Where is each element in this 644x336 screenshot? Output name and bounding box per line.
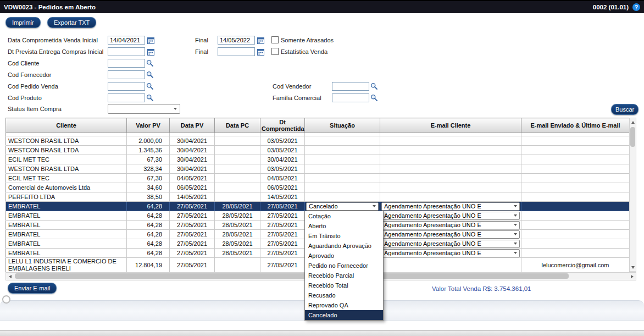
- dropdown-option[interactable]: Aguardando Aprovação: [305, 241, 383, 251]
- email-cliente-select-value: Agendamento Apresentação UNO E: [384, 231, 481, 238]
- scroll-up-arrow-icon[interactable]: [630, 118, 636, 126]
- column-header[interactable]: Situação: [305, 118, 380, 133]
- print-button[interactable]: Imprimir: [5, 17, 41, 28]
- window-title: VDW0023 - Pedidos em Aberto: [4, 4, 96, 10]
- label-cod-fornecedor: Cod Fornecedor: [8, 70, 52, 79]
- email-cliente-select-value: Agendamento Apresentação UNO E: [384, 250, 481, 256]
- column-header[interactable]: Data PV: [170, 118, 215, 133]
- dropdown-option[interactable]: Pedido no Fornecedor: [305, 261, 383, 271]
- table-row[interactable]: PERFEITO LTDA38,5014/05/202114/05/2021: [6, 192, 630, 202]
- column-header[interactable]: Valor PV: [127, 118, 170, 133]
- column-header[interactable]: E-mail Enviado & Último E-mail: [521, 118, 630, 133]
- label-cod-produto: Cod Produto: [8, 93, 42, 102]
- email-cliente-select-value: Agendamento Apresentação UNO E: [384, 203, 481, 210]
- dropdown-option[interactable]: Recusado: [305, 290, 383, 300]
- cod-cliente-input[interactable]: [108, 59, 145, 68]
- label-cod-cliente: Cod Cliente: [8, 59, 39, 68]
- email-cliente-select[interactable]: Agendamento Apresentação UNO E: [381, 221, 520, 229]
- dropdown-option[interactable]: Recebido Total: [305, 280, 383, 290]
- chevron-down-icon: [514, 205, 517, 207]
- chevron-down-icon: [514, 233, 517, 235]
- calendar-icon[interactable]: [147, 37, 154, 44]
- email-cliente-select[interactable]: Agendamento Apresentação UNO E: [381, 249, 520, 257]
- column-header[interactable]: Data PC: [215, 118, 260, 133]
- loading-ring-icon: [2, 295, 10, 304]
- label-final-compras: Final: [195, 47, 208, 56]
- situacao-dropdown-list[interactable]: CotaçãoAbertoEm TrânsitoAguardando Aprov…: [304, 211, 384, 321]
- vertical-scroll-thumb[interactable]: [630, 127, 635, 147]
- search-icon[interactable]: [146, 82, 153, 90]
- column-header[interactable]: Dt Comprometida: [260, 118, 305, 133]
- label-familia-comercial: Família Comercial: [273, 93, 321, 102]
- column-header[interactable]: E-mail Cliente: [380, 118, 521, 133]
- horizontal-scroll-thumb[interactable]: [15, 273, 569, 279]
- dt-prevista-inicial-input[interactable]: [108, 47, 145, 56]
- table-row[interactable]: WESTCON BRASIL LTDA328,3430/04/202103/05…: [6, 164, 630, 174]
- version-label: 0002 (01.01): [593, 4, 629, 10]
- label-cod-vendedor: Cod Vendedor: [273, 82, 311, 91]
- label-somente-atrasados: Somente Atrasados: [281, 36, 334, 45]
- dropdown-option[interactable]: Em Trânsito: [305, 231, 383, 241]
- calendar-icon[interactable]: [257, 37, 264, 44]
- cod-fornecedor-input[interactable]: [108, 70, 145, 79]
- app-window: VDW0023 - Pedidos em Aberto 0002 (01.01)…: [0, 0, 644, 336]
- label-status-item-compra: Status Item Compra: [8, 104, 62, 113]
- table-row[interactable]: EMBRATEL64,2827/05/202128/05/202127/05/2…: [6, 202, 630, 211]
- email-cliente-select-value: Agendamento Apresentação UNO E: [384, 222, 481, 228]
- search-icon[interactable]: [146, 59, 153, 67]
- send-email-button[interactable]: Enviar E-mail: [8, 283, 57, 294]
- chevron-down-icon: [373, 205, 376, 207]
- scroll-right-arrow-icon[interactable]: [628, 273, 636, 280]
- table-row[interactable]: ECIL MET TEC67,3030/04/202130/04/2021: [6, 155, 630, 164]
- situacao-select[interactable]: Cancelado: [306, 202, 379, 211]
- dropdown-option[interactable]: Cancelado: [305, 310, 383, 320]
- calendar-icon[interactable]: [257, 48, 264, 56]
- label-final-venda: Final: [195, 36, 208, 45]
- email-cliente-select[interactable]: Agendamento Apresentação UNO E: [381, 202, 520, 211]
- email-cliente-select[interactable]: Agendamento Apresentação UNO E: [381, 230, 520, 239]
- estatistica-venda-checkbox[interactable]: [271, 48, 279, 55]
- search-icon[interactable]: [370, 94, 377, 101]
- dropdown-option[interactable]: Aberto: [305, 221, 383, 231]
- cod-vendedor-input[interactable]: [332, 82, 369, 91]
- somente-atrasados-checkbox[interactable]: [271, 36, 279, 43]
- cod-pedido-venda-input[interactable]: [108, 82, 145, 91]
- export-txt-button[interactable]: Exportar TXT: [47, 17, 96, 28]
- calendar-icon[interactable]: [147, 48, 154, 56]
- data-comprometida-inicial-input[interactable]: [108, 36, 145, 45]
- dropdown-option[interactable]: Recebido Parcial: [305, 271, 383, 280]
- table-row[interactable]: WESTCON BRASIL LTDA1.345,3630/04/202103/…: [6, 146, 630, 155]
- title-bar: VDW0023 - Pedidos em Aberto 0002 (01.01)…: [0, 0, 644, 13]
- label-data-comprometida: Data Comprometida Venda Inicial: [8, 36, 98, 45]
- total-sales-label: Valor Total Venda R$: 3.754.361,01: [432, 285, 531, 292]
- scroll-left-arrow-icon[interactable]: [6, 273, 14, 280]
- email-cliente-select[interactable]: Agendamento Apresentação UNO E: [381, 212, 520, 220]
- help-icon[interactable]: ?: [632, 3, 640, 11]
- table-vertical-scrollbar[interactable]: [629, 118, 636, 272]
- column-header[interactable]: Cliente: [6, 118, 127, 133]
- email-cliente-select-value: Agendamento Apresentação UNO E: [384, 240, 481, 247]
- search-icon[interactable]: [146, 94, 153, 101]
- cod-produto-input[interactable]: [108, 93, 145, 102]
- chevron-down-icon: [514, 252, 517, 254]
- search-button[interactable]: Buscar: [611, 104, 639, 115]
- search-icon[interactable]: [146, 71, 153, 78]
- scroll-down-arrow-icon[interactable]: [630, 263, 636, 271]
- dropdown-option[interactable]: Aprovado: [305, 251, 383, 261]
- table-row[interactable]: ECIL MET TEC67,3004/05/202104/05/2021: [6, 174, 630, 183]
- chevron-down-icon: [514, 214, 517, 217]
- dropdown-option[interactable]: Cotação: [305, 211, 383, 221]
- status-item-compra-select[interactable]: [108, 104, 180, 114]
- table-row[interactable]: WESTCON BRASIL LTDA2.000,0030/04/202103/…: [6, 136, 630, 146]
- chevron-down-icon: [174, 108, 177, 110]
- familia-comercial-input[interactable]: [332, 93, 369, 102]
- search-icon[interactable]: [370, 82, 377, 90]
- table-header-row: ClienteValor PVData PVData PCDt Comprome…: [6, 118, 630, 133]
- email-cliente-select[interactable]: Agendamento Apresentação UNO E: [381, 240, 520, 248]
- table-row[interactable]: Comercial de Automoveis Ltda34,6006/05/2…: [6, 183, 630, 192]
- email-cliente-select-value: Agendamento Apresentação UNO E: [384, 212, 481, 219]
- dropdown-option[interactable]: Reprovado QA: [305, 300, 383, 310]
- situacao-select-value: Cancelado: [309, 203, 338, 210]
- data-comprometida-final-input[interactable]: [218, 36, 255, 45]
- dt-prevista-final-input[interactable]: [218, 47, 255, 56]
